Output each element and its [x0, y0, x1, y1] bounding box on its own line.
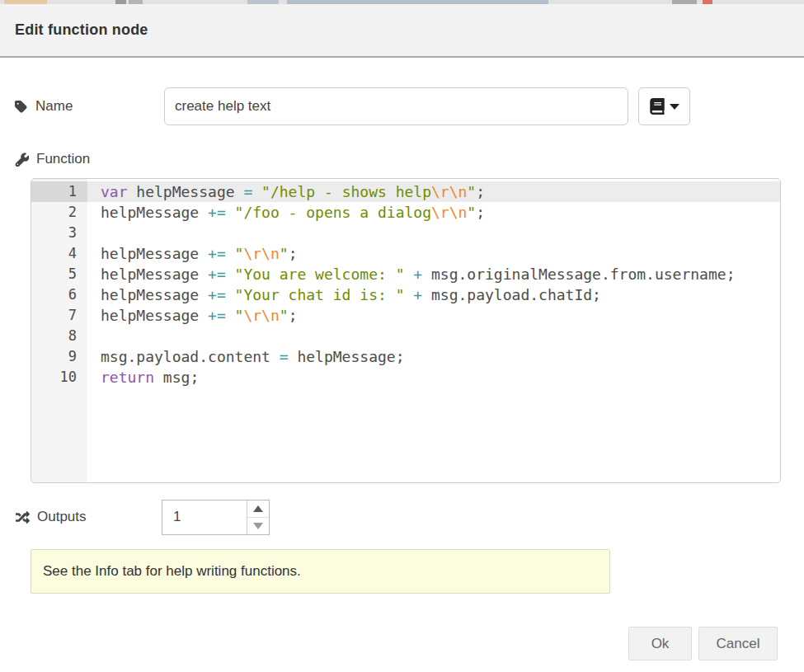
code-text: helpMessage += "You are welcome: " + msg…: [87, 264, 735, 284]
tag-icon: [15, 100, 29, 114]
function-label-text: Function: [36, 151, 90, 167]
line-number: 8: [31, 326, 87, 346]
name-input[interactable]: [164, 87, 628, 125]
code-line[interactable]: 7helpMessage += "\r\n";: [31, 305, 780, 326]
code-text: helpMessage += "/foo - opens a dialog\r\…: [87, 202, 485, 223]
form-tip: See the Info tab for help writing functi…: [31, 549, 610, 594]
form-tip-text: See the Info tab for help writing functi…: [43, 563, 301, 580]
code-line[interactable]: 9msg.payload.content = helpMessage;: [31, 346, 780, 367]
name-label: Name: [15, 98, 164, 115]
caret-up-icon: [253, 505, 263, 512]
line-number: 7: [31, 305, 87, 326]
outputs-label-text: Outputs: [37, 509, 87, 525]
caret-down-icon: [670, 104, 679, 110]
line-number: 6: [31, 284, 87, 305]
name-row: Name: [15, 87, 804, 125]
cancel-button[interactable]: Cancel: [698, 627, 778, 660]
code-line[interactable]: 2helpMessage += "/foo - opens a dialog\r…: [31, 202, 780, 223]
code-line[interactable]: 8: [31, 326, 780, 346]
backdrop-node-fragment: [287, 0, 548, 4]
backdrop-node-fragment: [115, 0, 126, 4]
code-text: msg.payload.content = helpMessage;: [87, 346, 404, 367]
code-text: return msg;: [87, 367, 199, 388]
spinner-down-button[interactable]: [247, 518, 269, 534]
outputs-input[interactable]: [162, 500, 247, 534]
dialog-title: Edit function node: [15, 21, 148, 39]
library-button[interactable]: [638, 87, 690, 125]
line-number: 9: [31, 346, 87, 367]
line-number: 2: [31, 202, 87, 223]
code-text: [87, 326, 101, 346]
code-line[interactable]: 5helpMessage += "You are welcome: " + ms…: [31, 264, 780, 284]
code-text: helpMessage += "\r\n";: [87, 243, 297, 264]
code-text: helpMessage += "\r\n";: [87, 305, 297, 326]
code-editor[interactable]: 1var helpMessage = "/help - shows help\r…: [31, 178, 781, 483]
backdrop-node-fragment: [703, 0, 712, 4]
code-line[interactable]: 4helpMessage += "\r\n";: [31, 243, 780, 264]
code-line[interactable]: 3: [31, 223, 780, 243]
spinner-up-button[interactable]: [247, 500, 269, 518]
outputs-spinner: [162, 500, 270, 535]
background-canvas-peek: [0, 0, 804, 4]
wrench-icon: [15, 153, 29, 167]
function-label: Function: [15, 150, 804, 168]
spinner-buttons: [247, 500, 269, 534]
code-text: var helpMessage = "/help - shows help\r\…: [87, 181, 485, 202]
backdrop-node-fragment: [4, 0, 47, 4]
backdrop-node-fragment: [672, 0, 697, 4]
backdrop-node-fragment: [129, 0, 143, 4]
outputs-label: Outputs: [15, 509, 162, 525]
line-number: 3: [31, 223, 87, 243]
shuffle-icon: [15, 510, 31, 524]
line-number: 10: [31, 367, 87, 388]
line-number: 5: [31, 264, 87, 284]
code-line[interactable]: 1var helpMessage = "/help - shows help\r…: [31, 181, 780, 202]
code-line[interactable]: 10return msg;: [31, 367, 780, 388]
code-lines: 1var helpMessage = "/help - shows help\r…: [31, 179, 780, 388]
ok-button[interactable]: Ok: [628, 627, 692, 660]
dialog-header: Edit function node: [0, 4, 804, 58]
line-number: 4: [31, 243, 87, 264]
code-text: helpMessage += "Your chat id is: " + msg…: [87, 284, 601, 305]
outputs-row: Outputs: [15, 499, 804, 535]
code-line[interactable]: 6helpMessage += "Your chat id is: " + ms…: [31, 284, 780, 305]
dialog-body: Name Function 1var helpMessage = "/help …: [0, 87, 804, 594]
line-number: 1: [31, 181, 87, 202]
caret-down-icon: [253, 523, 263, 529]
dialog-footer: Ok Cancel: [628, 627, 778, 660]
book-icon: [650, 98, 665, 115]
name-label-text: Name: [35, 98, 73, 115]
edit-function-node-dialog: Edit function node Name Function: [0, 0, 804, 672]
backdrop-node-fragment: [247, 0, 279, 4]
code-text: [87, 223, 101, 243]
